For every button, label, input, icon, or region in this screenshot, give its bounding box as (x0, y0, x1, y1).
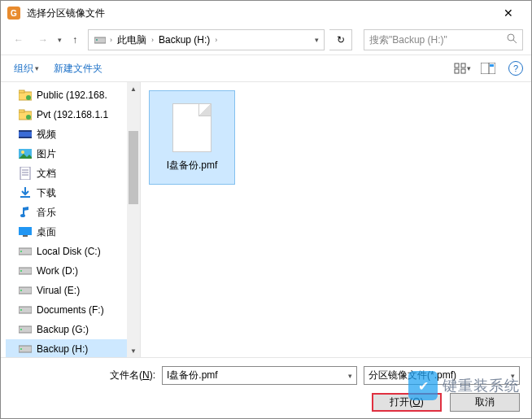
tree-item[interactable]: Documents (F:) (6, 300, 140, 320)
tree-item[interactable]: 桌面 (6, 222, 140, 242)
svg-point-13 (26, 95, 31, 100)
tree-item-label: 文档 (37, 167, 56, 181)
file-item-selected[interactable]: I盘备份.pmf (149, 90, 235, 185)
chevron-down-icon[interactable]: ▾ (348, 372, 352, 380)
sidebar-scrollbar[interactable]: ▲ ▼ (127, 82, 140, 357)
title-bar: G 选择分区镜像文件 ✕ (1, 1, 531, 25)
view-mode-button[interactable]: ▾ (451, 59, 473, 77)
tree-item-label: Virual (E:) (37, 285, 80, 296)
tree-item-label: Backup (G:) (37, 324, 89, 335)
svg-rect-4 (455, 63, 459, 68)
drive-icon (19, 323, 32, 336)
desktop-icon (19, 225, 32, 238)
file-icon (172, 103, 211, 152)
address-dropdown-button[interactable]: ▾ (315, 36, 319, 44)
open-button[interactable]: 打开(O) (372, 393, 442, 412)
svg-rect-18 (19, 130, 32, 132)
chevron-right-icon: › (151, 36, 154, 44)
tree-item-label: Local Disk (C:) (37, 246, 101, 257)
tree-item-label: 图片 (37, 147, 56, 161)
svg-rect-10 (490, 64, 494, 67)
search-placeholder: 搜索"Backup (H:)" (369, 33, 507, 47)
document-icon (19, 167, 32, 180)
arrow-left-icon: ← (14, 34, 24, 46)
tree-item-label: 视频 (37, 128, 56, 142)
svg-rect-31 (20, 251, 22, 252)
tree-item[interactable]: Backup (G:) (6, 320, 140, 339)
drive-icon (19, 264, 32, 277)
nav-back-button[interactable]: ← (9, 30, 28, 50)
folder-net-icon (19, 108, 32, 121)
app-icon: G (7, 7, 20, 20)
tree-item-label: 音乐 (37, 206, 56, 220)
tree-item[interactable]: Pvt (192.168.1.1 (6, 105, 140, 124)
chevron-down-icon: ▾ (35, 64, 39, 72)
organize-button[interactable]: 组织 ▾ (9, 59, 44, 79)
tree-item[interactable]: Work (D:) (6, 261, 140, 281)
help-button[interactable]: ? (508, 61, 523, 76)
scroll-up-button[interactable]: ▲ (127, 82, 140, 95)
svg-rect-15 (19, 110, 24, 112)
svg-point-16 (26, 115, 31, 120)
video-icon (19, 128, 32, 141)
file-list[interactable]: I盘备份.pmf (141, 82, 531, 357)
tree-item[interactable]: 下载 (6, 183, 140, 203)
chevron-down-icon[interactable]: ▾ (511, 372, 515, 380)
svg-rect-7 (461, 69, 465, 73)
svg-rect-19 (19, 137, 32, 138)
svg-rect-39 (20, 329, 22, 330)
tree-item[interactable]: Virual (E:) (6, 281, 140, 300)
recent-locations-button[interactable]: ▾ (58, 36, 62, 44)
help-icon: ? (513, 63, 518, 73)
organize-label: 组织 (14, 62, 33, 76)
filename-label: 文件名(N): (17, 369, 155, 382)
search-icon (507, 33, 517, 46)
address-bar[interactable]: › 此电脑 › Backup (H:) › ▾ (88, 29, 325, 50)
music-icon (19, 206, 32, 219)
search-input[interactable]: 搜索"Backup (H:)" (364, 29, 523, 50)
drive-icon (19, 343, 32, 356)
svg-point-27 (20, 214, 25, 217)
drive-icon (19, 284, 32, 297)
scrollbar-thumb[interactable] (129, 131, 138, 204)
tree-item[interactable]: Backup (H:) (6, 339, 140, 357)
chevron-right-icon: › (110, 36, 112, 44)
refresh-button[interactable]: ↻ (329, 29, 352, 50)
nav-forward-button[interactable]: → (33, 30, 53, 50)
refresh-icon: ↻ (337, 34, 345, 46)
tree-item[interactable]: Public (192.168. (6, 85, 140, 105)
svg-rect-41 (20, 348, 22, 350)
new-folder-button[interactable]: 新建文件夹 (49, 59, 107, 79)
arrow-right-icon: → (38, 34, 48, 46)
svg-rect-29 (23, 235, 28, 237)
tree-item[interactable]: 文档 (6, 164, 140, 183)
tree-item[interactable]: 视频 (6, 124, 140, 144)
tree-item-label: 下载 (37, 186, 56, 200)
drive-icon (94, 33, 107, 46)
chevron-right-icon: › (215, 36, 217, 44)
tree-item-label: Public (192.168. (37, 89, 107, 101)
filename-input[interactable]: I盘备份.pmf ▾ (162, 366, 357, 385)
svg-line-3 (513, 40, 517, 43)
tree-item[interactable]: Local Disk (C:) (6, 242, 140, 261)
breadcrumb-this-pc[interactable]: 此电脑 (116, 33, 148, 47)
file-type-select[interactable]: 分区镜像文件(*.pmf) ▾ (364, 366, 520, 385)
tree-item[interactable]: 音乐 (6, 203, 140, 222)
drive-icon (19, 303, 32, 316)
tree-item[interactable]: 图片 (6, 144, 140, 164)
preview-pane-button[interactable] (477, 59, 499, 77)
drive-icon (19, 245, 32, 258)
tree-item-label: Documents (F:) (37, 304, 104, 316)
window-title: 选择分区镜像文件 (27, 7, 492, 20)
download-icon (19, 186, 32, 199)
nav-up-button[interactable]: ↑ (67, 30, 83, 50)
folder-tree: Public (192.168.Pvt (192.168.1.1视频图片文档下载… (1, 82, 141, 357)
svg-rect-28 (19, 227, 32, 235)
breadcrumb-current[interactable]: Backup (H:) (157, 34, 211, 46)
chevron-down-icon: ▾ (467, 64, 471, 72)
close-button[interactable]: ✕ (492, 7, 525, 20)
preview-pane-icon (481, 63, 495, 74)
scroll-down-button[interactable]: ▼ (127, 344, 140, 357)
thumbnails-icon (454, 63, 467, 74)
cancel-button[interactable]: 取消 (450, 393, 520, 412)
